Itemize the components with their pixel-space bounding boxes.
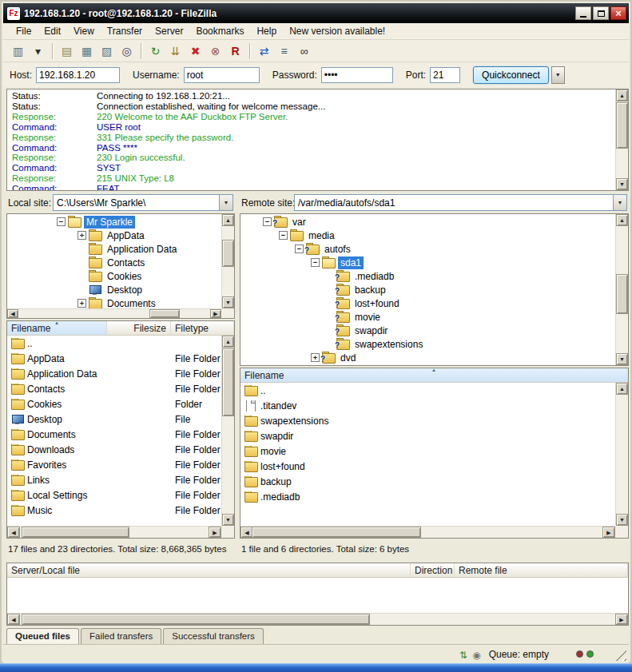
username-input[interactable] (184, 67, 260, 83)
refresh-button[interactable]: ↻ (146, 42, 165, 60)
tree-expander-icon[interactable]: − (279, 231, 288, 240)
local-file-row-contacts[interactable]: ContactsFile Folder (7, 381, 221, 396)
local-file-row-cookies[interactable]: CookiesFolder (7, 396, 221, 412)
port-input[interactable] (430, 67, 460, 83)
local-site-combo[interactable]: C:\Users\Mr Sparkle\ ▼ (53, 194, 233, 211)
remote-tree-item-var[interactable]: −?var (240, 215, 615, 229)
menu-item-help[interactable]: Help (250, 24, 283, 38)
synchronized-browsing-button[interactable]: ⇄ (255, 42, 273, 60)
remote-tree-vertical-scrollbar[interactable]: ▲ ▼ (615, 214, 628, 365)
password-input[interactable] (321, 67, 393, 83)
disconnect-button[interactable]: ⊗ (206, 42, 225, 60)
message-log-vertical-scrollbar[interactable]: ▲ ▼ (615, 89, 628, 190)
menu-item-transfer[interactable]: Transfer (101, 24, 149, 38)
remote-tree-item-backup[interactable]: ?backup (240, 283, 615, 296)
scroll-left-button[interactable]: ◀ (7, 309, 18, 318)
scroll-left-button[interactable]: ◀ (7, 614, 20, 625)
local-file-row-[interactable]: .. (7, 336, 221, 351)
toggle-log-button[interactable]: ▤ (58, 42, 76, 60)
scroll-down-button[interactable]: ▼ (222, 514, 234, 526)
toggle-local-tree-button[interactable]: ▦ (78, 42, 96, 60)
local-file-row-favorites[interactable]: FavoritesFile Folder (7, 457, 221, 472)
menu-item-server[interactable]: Server (149, 24, 189, 38)
toggle-queue-button[interactable]: ◎ (117, 42, 136, 60)
scroll-thumb[interactable] (222, 240, 234, 267)
process-queue-button[interactable]: ⇊ (166, 42, 185, 60)
tree-expander-icon[interactable]: + (78, 299, 86, 308)
tab-failed-transfers[interactable]: Failed transfers (81, 628, 161, 644)
local-tree-horizontal-scrollbar[interactable]: ◀ ▶ (7, 308, 221, 318)
column-header-direction[interactable]: Direction (411, 563, 455, 577)
menu-item-file[interactable]: File (10, 24, 38, 38)
local-tree-item-documents[interactable]: +Documents (7, 296, 221, 308)
maximize-button[interactable] (593, 6, 609, 20)
tree-expander-icon[interactable]: − (263, 217, 272, 226)
scroll-thumb[interactable] (22, 614, 370, 625)
local-file-row-downloads[interactable]: DownloadsFile Folder (7, 442, 221, 457)
remote-list-vertical-scrollbar[interactable]: ▲ ▼ (615, 383, 628, 526)
remote-tree-item-movie[interactable]: ?movie (240, 310, 615, 324)
close-button[interactable]: × (610, 6, 626, 20)
scroll-thumb[interactable] (149, 309, 180, 318)
tree-expander-icon[interactable]: − (311, 258, 320, 267)
column-header-remote-file[interactable]: Remote file (455, 563, 628, 577)
quickconnect-button[interactable]: Quickconnect (473, 66, 549, 84)
scroll-thumb[interactable] (616, 274, 628, 314)
local-site-path[interactable]: C:\Users\Mr Sparkle\ (54, 197, 219, 209)
site-manager-button[interactable]: ▥ (9, 42, 27, 60)
remote-site-path[interactable]: /var/media/autofs/sda1 (295, 197, 613, 209)
remote-file-row-lost-found[interactable]: lost+found (240, 459, 615, 474)
local-tree-item-contacts[interactable]: Contacts (7, 256, 221, 269)
scroll-up-button[interactable]: ▲ (222, 214, 234, 226)
local-list-horizontal-scrollbar[interactable]: ◀ ▶ (7, 526, 221, 538)
remote-file-row-swapdir[interactable]: swapdir (240, 428, 615, 443)
column-header-filetype[interactable]: Filetype (171, 321, 234, 335)
remote-tree-item-media[interactable]: −media (240, 229, 615, 242)
find-files-button[interactable]: ∞ (295, 42, 313, 60)
scroll-right-button[interactable]: ▶ (210, 309, 221, 318)
scroll-thumb[interactable] (252, 527, 421, 538)
column-header-filename[interactable]: Filename▲ (7, 321, 107, 335)
remote-tree-item-sda1[interactable]: −sda1 (240, 256, 615, 269)
scroll-thumb[interactable] (22, 527, 129, 538)
local-tree-item-application-data[interactable]: Application Data (7, 242, 221, 256)
menu-item-bookmarks[interactable]: Bookmarks (189, 24, 250, 38)
remote-tree-item-swapdir[interactable]: ?swapdir (240, 324, 615, 337)
site-manager-dropdown-button[interactable]: ▾ (29, 42, 47, 60)
remote-tree-item-dvd[interactable]: +?dvd (240, 351, 615, 364)
scroll-thumb[interactable] (616, 102, 628, 149)
remote-file-row-swapextensions[interactable]: swapextensions (240, 413, 615, 428)
local-file-row-music[interactable]: MusicFile Folder (7, 503, 221, 518)
tab-successful-transfers[interactable]: Successful transfers (163, 628, 264, 644)
remote-list-horizontal-scrollbar[interactable]: ◀ ▶ (240, 526, 615, 538)
scroll-right-button[interactable]: ▶ (615, 614, 628, 625)
remote-tree-item-lost-found[interactable]: ?lost+found (240, 296, 615, 310)
scroll-up-button[interactable]: ▲ (616, 383, 628, 395)
tree-expander-icon[interactable]: − (57, 217, 66, 226)
quickconnect-dropdown-button[interactable]: ▼ (551, 66, 565, 84)
column-header-filename[interactable]: Filename▲ (240, 368, 628, 382)
scroll-right-button[interactable]: ▶ (209, 527, 221, 538)
scroll-up-button[interactable]: ▲ (222, 336, 234, 348)
remote-file-row-backup[interactable]: backup (240, 474, 615, 489)
column-header-server-local-file[interactable]: Server/Local file (7, 563, 411, 577)
remote-file-row-titandev[interactable]: .titandev (240, 398, 615, 413)
local-file-row-local-settings[interactable]: Local SettingsFile Folder (7, 487, 221, 503)
local-tree-item-mr-sparkle[interactable]: −Mr Sparkle (7, 215, 221, 229)
titlebar[interactable]: Fz 192.168.1.20 - root@192.168.1.20 - Fi… (3, 3, 629, 23)
remote-file-row-movie[interactable]: movie (240, 443, 615, 459)
tab-queued-files[interactable]: Queued files (6, 628, 79, 644)
scroll-right-button[interactable]: ▶ (602, 527, 615, 538)
directory-comparison-button[interactable]: ≡ (275, 42, 293, 60)
remote-site-combo[interactable]: /var/media/autofs/sda1 ▼ (294, 194, 627, 211)
remote-file-row-mediadb[interactable]: .mediadb (240, 489, 615, 504)
local-file-row-documents[interactable]: DocumentsFile Folder (7, 427, 221, 442)
remote-tree-item-swapextensions[interactable]: ?swapextensions (240, 337, 615, 351)
tree-expander-icon[interactable]: + (78, 231, 86, 240)
local-list-vertical-scrollbar[interactable]: ▲ ▼ (221, 336, 234, 526)
scroll-up-button[interactable]: ▲ (616, 89, 628, 101)
minimize-button[interactable] (575, 6, 591, 20)
local-tree-item-desktop[interactable]: Desktop (7, 283, 221, 296)
remote-tree-item-autofs[interactable]: −?autofs (240, 242, 615, 256)
scroll-up-button[interactable]: ▲ (616, 214, 628, 226)
